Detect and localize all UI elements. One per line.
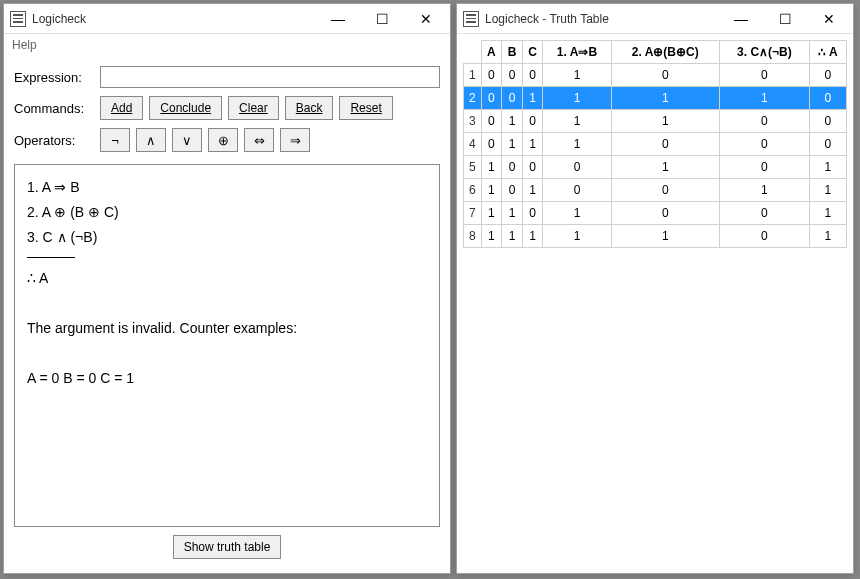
table-row[interactable]: 51000101	[464, 156, 847, 179]
add-button[interactable]: Add	[100, 96, 143, 120]
minimize-button[interactable]: —	[719, 5, 763, 33]
operators-label: Operators:	[14, 133, 94, 148]
table-cell: 1	[481, 202, 502, 225]
table-cell: 0	[502, 156, 523, 179]
table-cell: 1	[522, 179, 543, 202]
table-header: 3. C∧(¬B)	[719, 41, 809, 64]
row-number-header	[464, 41, 482, 64]
table-cell: 1	[543, 64, 611, 87]
table-cell: 1	[543, 202, 611, 225]
table-row[interactable]: 10001000	[464, 64, 847, 87]
row-number: 6	[464, 179, 482, 202]
conclude-button[interactable]: Conclude	[149, 96, 222, 120]
expression-label: Expression:	[14, 70, 94, 85]
table-cell: 0	[481, 64, 502, 87]
premise-line: 2. A ⊕ (B ⊕ C)	[27, 200, 427, 225]
table-header: 1. A⇒B	[543, 41, 611, 64]
table-cell: 0	[481, 87, 502, 110]
titlebar-truth-table[interactable]: Logicheck - Truth Table — ☐ ✕	[457, 4, 853, 34]
table-cell: 0	[502, 64, 523, 87]
table-cell: 1	[611, 156, 719, 179]
table-row[interactable]: 61010011	[464, 179, 847, 202]
table-row[interactable]: 71101001	[464, 202, 847, 225]
premise-line: 3. C ∧ (¬B)	[27, 225, 427, 250]
close-button[interactable]: ✕	[807, 5, 851, 33]
commands-label: Commands:	[14, 101, 94, 116]
table-cell: 0	[611, 202, 719, 225]
op-iff-button[interactable]: ⇔	[244, 128, 274, 152]
table-row[interactable]: 20011110	[464, 87, 847, 110]
reset-button[interactable]: Reset	[339, 96, 392, 120]
table-cell: 1	[809, 225, 846, 248]
table-header: A	[481, 41, 502, 64]
table-cell: 1	[543, 87, 611, 110]
table-cell: 1	[611, 110, 719, 133]
table-cell: 0	[809, 64, 846, 87]
table-cell: 0	[543, 179, 611, 202]
main-window: Logicheck — ☐ ✕ Help Expression: Command…	[3, 3, 451, 574]
row-number: 7	[464, 202, 482, 225]
op-and-button[interactable]: ∧	[136, 128, 166, 152]
table-cell: 0	[543, 156, 611, 179]
truth-table-window: Logicheck - Truth Table — ☐ ✕ ABC1. A⇒B2…	[456, 3, 854, 574]
op-not-button[interactable]: ¬	[100, 128, 130, 152]
title-truth-table: Logicheck - Truth Table	[485, 12, 719, 26]
table-cell: 1	[502, 110, 523, 133]
maximize-button[interactable]: ☐	[763, 5, 807, 33]
row-number: 3	[464, 110, 482, 133]
table-cell: 0	[719, 64, 809, 87]
table-cell: 0	[481, 133, 502, 156]
separator-line	[27, 257, 75, 258]
table-cell: 1	[611, 225, 719, 248]
title-main: Logicheck	[32, 12, 316, 26]
op-xor-button[interactable]: ⊕	[208, 128, 238, 152]
maximize-button[interactable]: ☐	[360, 5, 404, 33]
truth-table: ABC1. A⇒B2. A⊕(B⊕C)3. C∧(¬B)∴ A 10001000…	[463, 40, 847, 248]
table-cell: 1	[611, 87, 719, 110]
table-header: ∴ A	[809, 41, 846, 64]
table-cell: 1	[481, 179, 502, 202]
table-cell: 1	[543, 133, 611, 156]
row-number: 1	[464, 64, 482, 87]
premise-line: 1. A ⇒ B	[27, 175, 427, 200]
titlebar-main[interactable]: Logicheck — ☐ ✕	[4, 4, 450, 34]
expression-input[interactable]	[100, 66, 440, 88]
menu-bar: Help	[4, 34, 450, 56]
minimize-button[interactable]: —	[316, 5, 360, 33]
counterexample-text: A = 0 B = 0 C = 1	[27, 366, 427, 391]
row-number: 2	[464, 87, 482, 110]
conclusion-line: ∴ A	[27, 266, 427, 291]
table-row[interactable]: 40111000	[464, 133, 847, 156]
table-cell: 1	[502, 225, 523, 248]
table-cell: 1	[719, 87, 809, 110]
op-implies-button[interactable]: ⇒	[280, 128, 310, 152]
table-row[interactable]: 30101100	[464, 110, 847, 133]
table-cell: 0	[611, 133, 719, 156]
table-cell: 0	[611, 179, 719, 202]
menu-help[interactable]: Help	[12, 38, 37, 52]
table-cell: 1	[502, 133, 523, 156]
app-icon	[463, 11, 479, 27]
table-cell: 0	[522, 156, 543, 179]
table-row[interactable]: 81111101	[464, 225, 847, 248]
table-cell: 0	[719, 133, 809, 156]
table-cell: 0	[481, 110, 502, 133]
show-truth-table-button[interactable]: Show truth table	[173, 535, 282, 559]
back-button[interactable]: Back	[285, 96, 334, 120]
close-button[interactable]: ✕	[404, 5, 448, 33]
table-cell: 0	[719, 202, 809, 225]
table-cell: 0	[719, 110, 809, 133]
op-or-button[interactable]: ∨	[172, 128, 202, 152]
table-cell: 0	[809, 133, 846, 156]
row-number: 4	[464, 133, 482, 156]
validity-text: The argument is invalid. Counter example…	[27, 316, 427, 341]
clear-button[interactable]: Clear	[228, 96, 279, 120]
table-cell: 1	[522, 133, 543, 156]
table-cell: 0	[809, 110, 846, 133]
table-header: C	[522, 41, 543, 64]
table-cell: 1	[809, 156, 846, 179]
table-cell: 1	[543, 110, 611, 133]
table-cell: 1	[481, 225, 502, 248]
table-cell: 0	[719, 156, 809, 179]
table-cell: 0	[522, 110, 543, 133]
